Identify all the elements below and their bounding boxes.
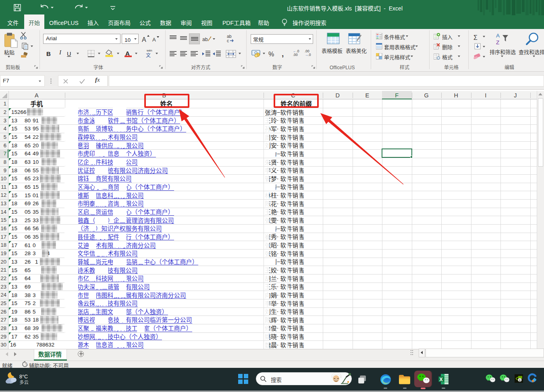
svg-text:ab: ab [202,37,208,42]
svg-text:?: ? [25,362,27,367]
svg-text:X: X [439,377,443,382]
svg-text:c: c [227,38,229,43]
svg-text:A: A [496,33,500,39]
svg-text:Z: Z [496,39,499,45]
